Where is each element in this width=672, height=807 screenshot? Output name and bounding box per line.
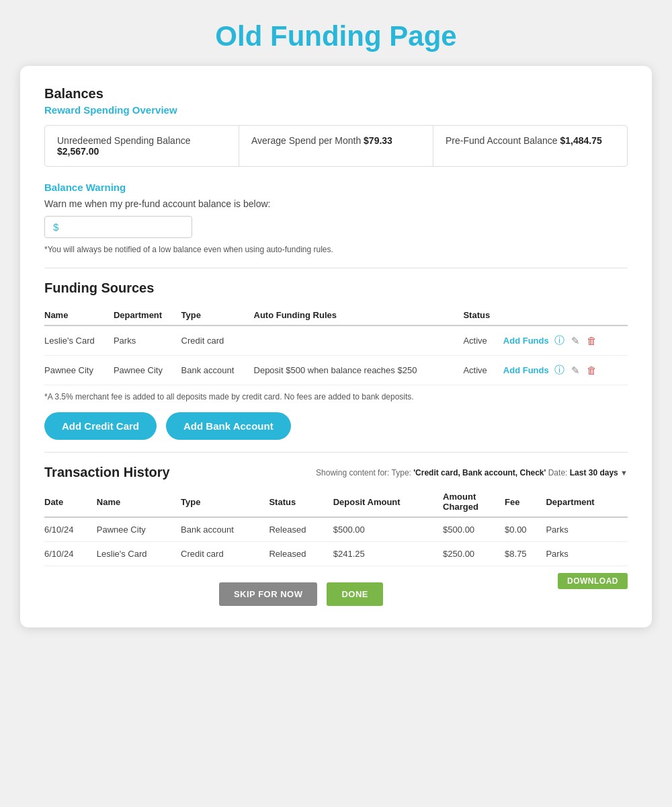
funding-status: Active xyxy=(463,356,503,385)
showing-date-label: Date: xyxy=(548,468,570,477)
table-row: 6/10/24 Leslie's Card Credit card Releas… xyxy=(44,542,628,566)
funding-btn-row: Add Credit Card Add Bank Account xyxy=(44,412,628,440)
edit-icon-button[interactable]: ✎ xyxy=(570,334,581,348)
funding-status: Active xyxy=(463,325,503,356)
funding-sources-section: Funding Sources Name Department Type Aut… xyxy=(44,280,628,440)
balances-subtitle: Reward Spending Overview xyxy=(44,104,628,116)
tx-status: Released xyxy=(269,542,333,566)
balance-warning-note: *You will always be notified of a low ba… xyxy=(44,245,628,254)
fee-note: *A 3.5% merchant fee is added to all dep… xyxy=(44,392,628,401)
add-credit-card-button[interactable]: Add Credit Card xyxy=(44,412,157,440)
transaction-table-body: 6/10/24 Pawnee City Bank account Release… xyxy=(44,517,628,566)
avg-spend-value: $79.33 xyxy=(364,135,392,146)
transaction-table: Date Name Type Status Deposit Amount Amo… xyxy=(44,487,628,566)
tx-deposit-amount: $500.00 xyxy=(333,517,443,542)
balance-warning-section: Balance Warning Warn me when my pre-fund… xyxy=(44,182,628,254)
col-department: Department xyxy=(114,305,181,325)
transaction-title: Transaction History xyxy=(44,465,170,480)
th-type: Type xyxy=(181,487,269,517)
funding-department: Pawnee City xyxy=(114,356,181,385)
funding-table-header: Name Department Type Auto Funding Rules … xyxy=(44,305,628,325)
funding-auto-rule: Deposit $500 when balance reaches $250 xyxy=(254,356,464,385)
tx-deposit-amount: $241.25 xyxy=(333,542,443,566)
add-bank-account-button[interactable]: Add Bank Account xyxy=(166,412,291,440)
col-status: Status xyxy=(463,305,503,325)
balance-warning-text: Warn me when my pre-fund account balance… xyxy=(44,198,628,209)
tx-amount-charged: $500.00 xyxy=(443,517,505,542)
showing-date-value: Last 30 days xyxy=(570,468,618,477)
info-icon-button[interactable]: ⓘ xyxy=(553,333,566,348)
funding-table-body: Leslie's Card Parks Credit card Active A… xyxy=(44,325,628,385)
prefund-balance-cell: Pre-Fund Account Balance $1,484.75 xyxy=(433,126,627,166)
tx-department: Parks xyxy=(546,542,628,566)
avg-spend-cell: Average Spend per Month $79.33 xyxy=(239,126,433,166)
balance-warning-input[interactable] xyxy=(62,222,183,233)
avg-spend-label: Average Spend per Month xyxy=(251,135,361,146)
col-actions xyxy=(503,305,628,325)
funding-department: Parks xyxy=(114,325,181,356)
funding-auto-rule xyxy=(254,325,464,356)
unredeemed-balance-cell: Unredeemed Spending Balance $2,567.00 xyxy=(45,126,239,166)
funding-type: Credit card xyxy=(181,325,254,356)
th-status: Status xyxy=(269,487,333,517)
table-row: Leslie's Card Parks Credit card Active A… xyxy=(44,325,628,356)
skip-for-now-button[interactable]: SKIP FOR NOW xyxy=(219,582,318,606)
tx-date: 6/10/24 xyxy=(44,542,97,566)
add-funds-link[interactable]: Add Funds xyxy=(503,336,549,346)
showing-label: Showing content for: xyxy=(316,468,389,477)
balance-row: Unredeemed Spending Balance $2,567.00 Av… xyxy=(44,125,628,167)
col-name: Name xyxy=(44,305,114,325)
tx-fee: $8.75 xyxy=(505,542,546,566)
funding-type: Bank account xyxy=(181,356,254,385)
transaction-history-section: Transaction History Showing content for:… xyxy=(44,465,628,566)
tx-status: Released xyxy=(269,517,333,542)
divider-1 xyxy=(44,268,628,268)
showing-content: Showing content for: Type: 'Credit card,… xyxy=(316,468,628,477)
tx-fee: $0.00 xyxy=(505,517,546,542)
funding-name: Leslie's Card xyxy=(44,325,114,356)
th-name: Name xyxy=(97,487,181,517)
showing-type-label: Type: xyxy=(392,468,414,477)
showing-type-value: 'Credit card, Bank account, Check' xyxy=(413,468,546,477)
balances-section: Balances Reward Spending Overview Unrede… xyxy=(44,86,628,167)
funding-sources-title: Funding Sources xyxy=(44,280,628,296)
done-button[interactable]: DONE xyxy=(327,582,383,606)
unredeemed-value: $2,567.00 xyxy=(57,146,99,157)
tx-name: Leslie's Card xyxy=(97,542,181,566)
tx-type: Credit card xyxy=(181,542,269,566)
delete-icon-button[interactable]: 🗑 xyxy=(585,363,598,377)
balances-title: Balances xyxy=(44,86,628,102)
th-department: Department xyxy=(546,487,628,517)
th-amount-charged: AmountCharged xyxy=(443,487,505,517)
transaction-table-header: Date Name Type Status Deposit Amount Amo… xyxy=(44,487,628,517)
download-button[interactable]: DOWNLOAD xyxy=(558,573,628,589)
unredeemed-label: Unredeemed Spending Balance xyxy=(57,135,190,146)
funding-name: Pawnee City xyxy=(44,356,114,385)
th-fee: Fee xyxy=(505,487,546,517)
tx-date: 6/10/24 xyxy=(44,517,97,542)
col-auto-funding: Auto Funding Rules xyxy=(254,305,464,325)
funding-sources-table: Name Department Type Auto Funding Rules … xyxy=(44,305,628,385)
prefund-label: Pre-Fund Account Balance xyxy=(446,135,558,146)
add-funds-link[interactable]: Add Funds xyxy=(503,365,549,375)
balance-input-wrap: $ xyxy=(44,216,192,238)
edit-icon-button[interactable]: ✎ xyxy=(570,363,581,378)
col-type: Type xyxy=(181,305,254,325)
tx-department: Parks xyxy=(546,517,628,542)
table-row: 6/10/24 Pawnee City Bank account Release… xyxy=(44,517,628,542)
info-icon-button[interactable]: ⓘ xyxy=(553,362,566,378)
delete-icon-button[interactable]: 🗑 xyxy=(585,334,598,348)
divider-2 xyxy=(44,452,628,453)
prefund-value: $1,484.75 xyxy=(560,135,601,146)
date-dropdown-arrow[interactable]: ▼ xyxy=(620,469,628,477)
table-row: Pawnee City Pawnee City Bank account Dep… xyxy=(44,356,628,385)
funding-actions: Add Funds ⓘ ✎ 🗑 xyxy=(503,356,628,385)
tx-name: Pawnee City xyxy=(97,517,181,542)
th-date: Date xyxy=(44,487,97,517)
footer-buttons: SKIP FOR NOW DONE xyxy=(44,582,558,606)
main-card: Balances Reward Spending Overview Unrede… xyxy=(20,66,652,627)
dollar-icon: $ xyxy=(53,221,58,233)
page-title: Old Funding Page xyxy=(0,0,672,66)
funding-actions: Add Funds ⓘ ✎ 🗑 xyxy=(503,325,628,356)
tx-amount-charged: $250.00 xyxy=(443,542,505,566)
